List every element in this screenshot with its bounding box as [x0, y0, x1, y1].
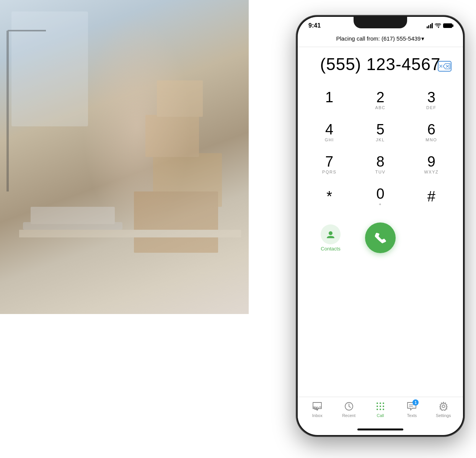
- signal-icon: [427, 23, 433, 28]
- call-from-bar[interactable]: Placing call from: (617) 555-5439▾: [298, 32, 463, 47]
- tab-inbox[interactable]: Inbox: [306, 401, 329, 418]
- wifi-icon: [435, 23, 441, 28]
- tab-texts[interactable]: 1 Texts: [400, 401, 423, 418]
- digit-star: *: [326, 189, 332, 204]
- svg-point-28: [380, 409, 381, 410]
- dial-key-5[interactable]: 5 JKL: [356, 118, 404, 147]
- settings-svg: [439, 401, 448, 411]
- battery-icon: [443, 23, 452, 28]
- dial-key-3[interactable]: 3 DEF: [408, 85, 455, 114]
- svg-point-23: [383, 402, 384, 404]
- phone-number-display: (555) 123-4567: [298, 47, 463, 85]
- tab-recent[interactable]: Recent: [337, 401, 360, 418]
- phone-notch: [354, 17, 407, 28]
- bottom-actions: Contacts: [298, 219, 463, 261]
- svg-rect-9: [31, 207, 115, 224]
- texts-badge: 1: [412, 399, 419, 406]
- letters-5: JKL: [376, 137, 385, 142]
- svg-point-24: [377, 406, 378, 407]
- dial-key-1[interactable]: 1: [305, 85, 353, 114]
- dial-key-8[interactable]: 8 TUV: [356, 150, 404, 179]
- dial-key-9[interactable]: 9 WXYZ: [408, 150, 455, 179]
- svg-point-26: [383, 406, 384, 407]
- phone-mockup: 9:41: [296, 15, 468, 444]
- svg-rect-0: [11, 11, 88, 126]
- phone-frame: 9:41: [296, 15, 465, 437]
- digit-2: 2: [376, 90, 384, 105]
- letters-2: ABC: [375, 105, 385, 110]
- spacer: [298, 261, 463, 397]
- photo-svg: [0, 0, 249, 314]
- call-svg: [375, 401, 385, 411]
- dropdown-arrow-icon: ▾: [421, 35, 424, 42]
- digit-7: 7: [325, 154, 333, 169]
- digit-0: 0: [376, 186, 384, 201]
- tab-call[interactable]: Call: [369, 401, 392, 418]
- dial-key-hash[interactable]: #: [408, 182, 455, 211]
- digit-4: 4: [325, 122, 333, 137]
- home-indicator: [357, 429, 403, 430]
- dial-key-4[interactable]: 4 GHI: [305, 118, 353, 147]
- digit-3: 3: [427, 90, 435, 105]
- letters-0: +: [379, 202, 382, 206]
- svg-point-27: [377, 409, 378, 410]
- letters-8: TUV: [375, 170, 386, 174]
- digit-1: 1: [325, 90, 333, 105]
- contacts-button[interactable]: Contacts: [321, 224, 341, 252]
- letters-7: PQRS: [322, 170, 336, 174]
- dial-key-2[interactable]: 2 ABC: [356, 85, 404, 114]
- digit-9: 9: [427, 154, 435, 169]
- digit-8: 8: [376, 154, 384, 169]
- tab-recent-label: Recent: [342, 413, 355, 418]
- digit-hash: #: [427, 189, 435, 204]
- contacts-icon: [321, 224, 341, 244]
- dial-pad: 1 2 ABC 3 DEF 4 GHI: [298, 85, 463, 211]
- letters-9: WXYZ: [424, 170, 439, 174]
- svg-point-29: [383, 409, 384, 410]
- svg-point-25: [380, 406, 381, 407]
- dial-key-0[interactable]: 0 +: [356, 182, 404, 211]
- svg-line-20: [349, 406, 350, 407]
- svg-rect-4: [145, 115, 199, 157]
- recent-icon: [344, 401, 354, 412]
- inbox-icon: [312, 401, 323, 412]
- call-phone-icon: [373, 231, 388, 245]
- inbox-svg: [312, 402, 322, 411]
- recent-svg: [344, 401, 354, 411]
- tab-call-label: Call: [377, 413, 384, 418]
- contacts-svg: [325, 229, 336, 240]
- letters-6: MNO: [425, 137, 437, 142]
- tab-inbox-label: Inbox: [312, 413, 323, 418]
- background-photo: [0, 0, 249, 314]
- svg-point-12: [329, 231, 333, 235]
- backspace-svg: [443, 63, 450, 69]
- call-button[interactable]: [365, 222, 396, 253]
- tab-texts-label: Texts: [407, 413, 417, 418]
- dial-key-star[interactable]: *: [305, 182, 353, 211]
- digit-5: 5: [376, 122, 384, 137]
- call-from-label: Placing call from: (617) 555-5439: [336, 35, 421, 42]
- tab-bar: Inbox Recent: [298, 397, 463, 425]
- svg-rect-6: [134, 191, 218, 253]
- tab-settings-label: Settings: [436, 413, 451, 418]
- letters-3: DEF: [426, 105, 437, 110]
- backspace-icon: [438, 61, 452, 72]
- svg-point-32: [442, 405, 445, 408]
- dial-key-7[interactable]: 7 PQRS: [305, 150, 353, 179]
- phone-screen: 9:41: [298, 17, 463, 435]
- settings-icon: [438, 401, 449, 412]
- call-tab-icon: [375, 401, 386, 412]
- texts-icon: 1: [406, 401, 417, 412]
- status-icons: [427, 23, 453, 28]
- letters-4: GHI: [325, 137, 334, 142]
- letters-1: [328, 105, 330, 110]
- status-time: 9:41: [308, 22, 321, 29]
- dial-key-6[interactable]: 6 MNO: [408, 118, 455, 147]
- digit-6: 6: [427, 122, 435, 137]
- phone-number-text: (555) 123-4567: [320, 55, 441, 74]
- svg-rect-7: [19, 230, 241, 237]
- tab-settings[interactable]: Settings: [432, 401, 455, 418]
- contacts-label: Contacts: [321, 246, 340, 252]
- backspace-button[interactable]: [438, 61, 452, 72]
- svg-point-21: [377, 402, 378, 404]
